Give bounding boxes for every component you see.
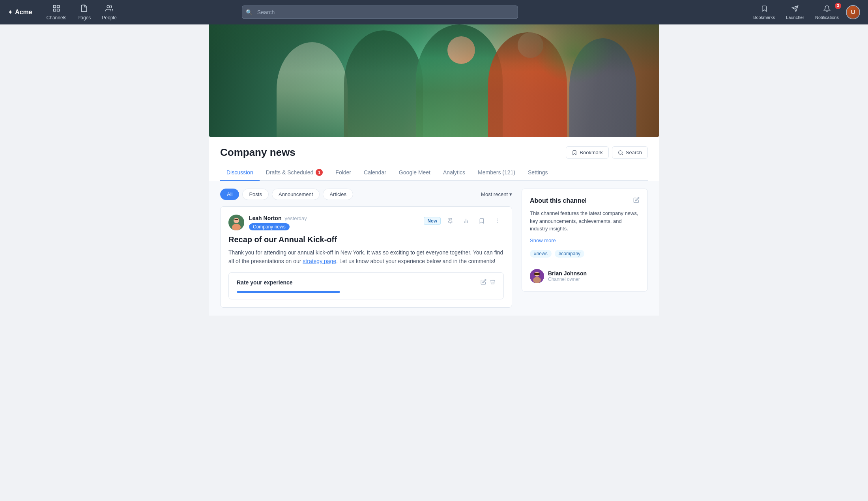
filter-announcement-label: Announcement [279,191,313,197]
pin-button[interactable] [444,215,456,227]
tab-discussion[interactable]: Discussion [220,165,260,181]
top-navigation: ✦ Acme Channels Pages [0,0,868,24]
tab-folder[interactable]: Folder [329,165,357,181]
post-body-link[interactable]: strategy page [303,258,336,264]
author-name[interactable]: Leah Norton [249,215,281,221]
bookmark-label: Bookmark [580,150,603,155]
svg-line-6 [622,153,623,155]
search-channel-button[interactable]: Search [612,146,648,159]
post-body: Thank you for attending our annual kick-… [228,248,504,266]
svg-rect-0 [53,5,56,7]
rate-bar [237,291,340,293]
analytics-icon [463,218,469,224]
filter-articles[interactable]: Articles [323,189,353,200]
tab-drafts[interactable]: Drafts & Scheduled 1 [260,165,329,181]
post-card: Leah Norton yesterday Company news New [220,206,512,308]
tab-members-label: Members (121) [478,169,515,176]
nav-item-pages[interactable]: Pages [73,2,95,23]
channel-tags: #news #company [530,250,640,258]
bookmark-post-icon [479,218,485,224]
edit-rate-icon[interactable] [481,279,486,286]
svg-point-19 [533,277,541,283]
owner-avatar-image [530,269,544,283]
bookmark-button[interactable]: Bookmark [566,146,609,159]
filter-announcement[interactable]: Announcement [272,189,320,200]
rate-card-title: Rate your experience [237,279,293,286]
owner-avatar[interactable] [530,269,544,283]
channel-header: Company news Bookmark Search [209,137,659,181]
nav-bookmarks[interactable]: Bookmarks [749,4,779,21]
tab-analytics-label: Analytics [443,169,465,176]
post-header: Leah Norton yesterday Company news New [228,215,504,230]
post-author: Leah Norton yesterday Company news [228,215,307,230]
post-body-after-link: . Let us know about your experience belo… [336,258,495,264]
pages-label: Pages [77,15,91,21]
brand-name: Acme [15,9,32,16]
post-tag[interactable]: Company news [249,223,290,230]
tab-folder-label: Folder [335,169,351,176]
filter-bar: All Posts Announcement Articles Most rec… [220,189,512,200]
tab-google-meet-label: Google Meet [399,169,430,176]
owner-info: Brian Johnson Channel owner [548,270,587,282]
content-area: All Posts Announcement Articles Most rec… [209,181,659,316]
search-channel-label: Search [626,150,642,155]
tab-members[interactable]: Members (121) [471,165,522,181]
notifications-badge: 3 [835,3,841,9]
more-options-button[interactable] [491,215,504,227]
tab-analytics[interactable]: Analytics [437,165,471,181]
filter-all-label: All [227,191,232,197]
tab-settings-label: Settings [528,169,548,176]
channels-icon [52,4,60,14]
author-avatar[interactable] [228,215,244,230]
delete-rate-icon[interactable] [490,279,496,286]
user-avatar[interactable]: U [846,5,860,19]
svg-point-8 [234,218,239,223]
tab-google-meet[interactable]: Google Meet [393,165,437,181]
rate-experience-card: Rate your experience [228,272,504,299]
bookmark-post-button[interactable] [475,215,488,227]
launcher-icon [791,5,799,14]
edit-channel-icon[interactable] [633,197,640,205]
svg-point-16 [497,222,498,223]
avatar-initials: U [847,6,859,19]
channel-title: Company news [220,146,296,159]
svg-rect-2 [57,9,60,11]
pin-icon [447,218,453,224]
show-more-link[interactable]: Show more [530,237,640,243]
channel-owner-row: Brian Johnson Channel owner [530,264,640,283]
channel-tabs: Discussion Drafts & Scheduled 1 Folder C… [220,165,648,181]
bookmarks-icon [761,5,768,14]
nav-item-people[interactable]: People [97,2,121,23]
tab-drafts-label: Drafts & Scheduled [266,169,314,176]
main-wrapper: Company news Bookmark Search [209,137,659,316]
nav-launcher[interactable]: Launcher [782,4,808,21]
topnav-items: Channels Pages People [42,2,122,23]
tab-settings[interactable]: Settings [522,165,554,181]
notifications-icon [823,5,831,14]
filter-posts-label: Posts [249,191,262,197]
sort-chevron-icon: ▾ [509,191,512,197]
brand-logo[interactable]: ✦ Acme [8,9,32,16]
nav-item-channels[interactable]: Channels [42,2,71,23]
owner-name[interactable]: Brian Johnson [548,270,587,277]
post-time: yesterday [284,215,307,221]
search-input[interactable] [242,6,518,19]
filter-all[interactable]: All [220,189,239,200]
pages-icon [80,4,88,14]
tag-news[interactable]: #news [530,250,552,258]
about-channel-card: About this channel This channel features… [522,189,648,292]
sort-dropdown[interactable]: Most recent ▾ [481,191,512,197]
new-badge: New [424,217,441,225]
channels-label: Channels [47,15,67,21]
tab-calendar[interactable]: Calendar [357,165,393,181]
tab-discussion-label: Discussion [226,169,253,176]
analytics-button[interactable] [460,215,472,227]
right-sidebar: About this channel This channel features… [522,189,648,308]
tag-company[interactable]: #company [555,250,584,258]
more-dots-icon [494,218,501,224]
svg-point-15 [497,221,498,221]
nav-notifications[interactable]: 3 Notifications [811,4,843,21]
post-actions: New [424,215,504,227]
sort-label: Most recent [481,191,508,197]
filter-posts[interactable]: Posts [242,189,269,200]
